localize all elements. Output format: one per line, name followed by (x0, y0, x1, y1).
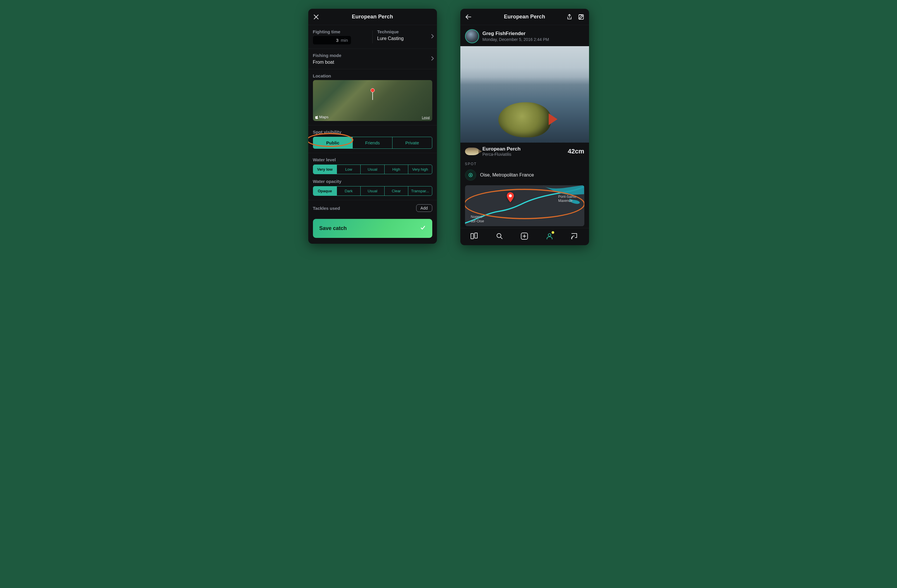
water-opacity-usual[interactable]: Usual (361, 186, 384, 195)
svg-point-2 (470, 174, 471, 176)
visibility-private[interactable]: Private (392, 137, 432, 148)
nav-add[interactable] (519, 232, 530, 241)
spot-section-label: SPOT (460, 160, 589, 166)
save-area: Save catch (308, 216, 437, 244)
species-name: European Perch (482, 146, 520, 152)
svg-rect-4 (471, 234, 473, 239)
spot-map[interactable]: Pont-Sainte- Maxence Nogent- sur-Oise (465, 185, 584, 226)
map-label-a: Pont-Sainte- Maxence (558, 195, 578, 203)
water-level-label: Water level (313, 157, 432, 162)
fishing-mode-value: From boat (313, 60, 432, 65)
author-name: Greg FishFriender (482, 31, 549, 37)
header: European Perch (308, 9, 437, 25)
fishing-mode-label: Fishing mode (313, 53, 432, 58)
species-latin: Perca-Fluviatilis (482, 152, 520, 157)
water-opacity-dark[interactable]: Dark (337, 186, 361, 195)
fighting-time-unit: min (341, 38, 348, 43)
back-icon[interactable] (464, 13, 472, 21)
map-label-b: Nogent- sur-Oise (471, 215, 484, 223)
page-title: European Perch (352, 14, 393, 20)
spot-visibility-segmented: Public Friends Private (313, 137, 432, 149)
nav-feed[interactable] (468, 232, 480, 241)
water-level-usual[interactable]: Usual (361, 165, 384, 174)
header: European Perch (460, 9, 589, 25)
notification-dot-icon (552, 231, 554, 234)
nav-cast[interactable] (569, 232, 580, 241)
svg-point-9 (571, 238, 572, 239)
map-legal-link[interactable]: Legal (422, 116, 430, 119)
fishing-mode-cell[interactable]: Fishing mode From boat (308, 49, 437, 69)
svg-point-3 (509, 194, 512, 197)
fish-icon (465, 148, 479, 155)
water-level-verylow[interactable]: Very low (313, 165, 337, 174)
fighting-time-cell[interactable]: Fighting time 3 min (308, 25, 373, 49)
spot-map-pin-icon (507, 192, 514, 203)
close-icon[interactable] (312, 13, 320, 21)
map-pin-icon (370, 88, 375, 100)
catch-size: 42cm (568, 148, 584, 155)
water-section: Water level Very low Low Usual High Very… (308, 153, 437, 200)
page-title: European Perch (504, 14, 545, 20)
author-row[interactable]: Greg FishFriender Monday, December 5, 20… (460, 25, 589, 46)
tackles-label: Tackles used (313, 206, 340, 211)
tackles-row: Tackles used Add (308, 200, 437, 216)
edit-icon[interactable] (577, 13, 585, 21)
checkmark-icon (420, 225, 426, 232)
add-tackle-button[interactable]: Add (416, 204, 432, 212)
fighting-time-input[interactable]: 3 min (313, 36, 351, 44)
location-row[interactable]: Oise, Metropolitan France (460, 166, 589, 185)
technique-label: Technique (377, 29, 432, 34)
save-catch-label: Save catch (319, 225, 347, 231)
water-level-low[interactable]: Low (337, 165, 361, 174)
water-level-high[interactable]: High (384, 165, 408, 174)
bottom-nav (460, 228, 589, 245)
location-label: Location (313, 73, 432, 78)
svg-point-8 (548, 234, 551, 237)
technique-value: Lure Casting (377, 36, 432, 41)
species-row: European Perch Perca-Fluviatilis 42cm (460, 143, 589, 160)
apple-maps-brand: Maps (315, 115, 329, 119)
catch-date: Monday, December 5, 2016 2:44 PM (482, 37, 549, 42)
water-opacity-segmented: Opaque Dark Usual Clear Transpar... (313, 186, 432, 196)
visibility-friends[interactable]: Friends (353, 137, 392, 148)
water-level-segmented: Very low Low Usual High Very high (313, 165, 432, 174)
water-opacity-opaque[interactable]: Opaque (313, 186, 337, 195)
chevron-right-icon (431, 56, 434, 62)
technique-cell[interactable]: Technique Lure Casting (373, 25, 437, 49)
water-opacity-label: Water opacity (313, 179, 432, 184)
water-opacity-clear[interactable]: Clear (384, 186, 408, 195)
catch-photo[interactable] (460, 46, 589, 143)
svg-rect-5 (475, 233, 477, 238)
fish-illustration (498, 102, 551, 137)
spot-visibility-label: Spot visibility (313, 130, 432, 134)
avatar (465, 29, 479, 43)
chevron-right-icon (431, 34, 434, 40)
catch-detail-screen: European Perch Greg FishFriender Monday,… (460, 9, 589, 245)
share-icon[interactable] (566, 13, 573, 21)
fighting-time-label: Fighting time (313, 29, 368, 34)
save-catch-button[interactable]: Save catch (313, 219, 432, 238)
location-pin-icon (465, 170, 476, 180)
location-map[interactable]: Maps Legal (313, 80, 432, 121)
svg-rect-0 (579, 15, 583, 19)
location-section: Location Maps Legal (308, 69, 437, 125)
edit-catch-screen: European Perch Fighting time 3 min Techn… (308, 9, 437, 244)
nav-search[interactable] (494, 232, 505, 241)
water-level-veryhigh[interactable]: Very high (408, 165, 432, 174)
spot-visibility-section: Spot visibility Public Friends Private (308, 125, 437, 153)
water-opacity-transparent[interactable]: Transpar... (408, 186, 432, 195)
location-text: Oise, Metropolitan France (480, 173, 534, 178)
visibility-public[interactable]: Public (313, 137, 353, 148)
fighting-time-value: 3 (336, 38, 338, 43)
row-fight-technique: Fighting time 3 min Technique Lure Casti… (308, 25, 437, 49)
nav-profile[interactable] (544, 232, 556, 241)
